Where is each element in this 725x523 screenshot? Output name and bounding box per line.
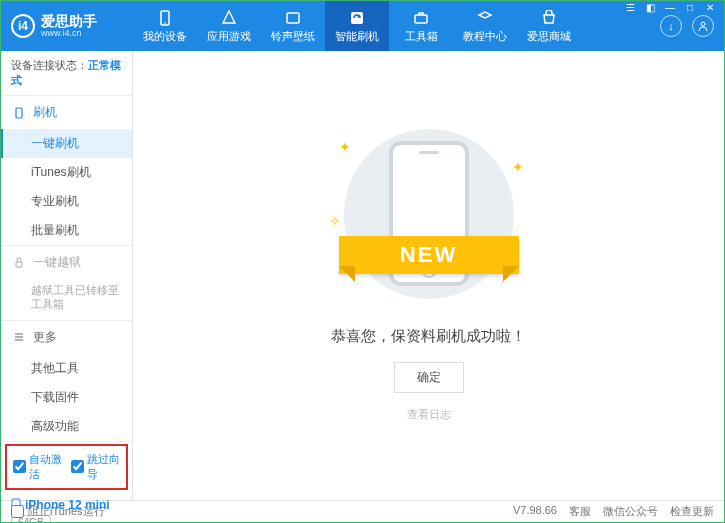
svg-rect-3 [351, 12, 363, 24]
nav-tutorials[interactable]: 教程中心 [453, 1, 517, 51]
nav-flash[interactable]: 智能刷机 [325, 1, 389, 51]
logo: i4 爱思助手 www.i4.cn [11, 14, 133, 38]
checkbox-auto-activate[interactable]: 自动激活 [13, 452, 63, 482]
sidebar-item-batch[interactable]: 批量刷机 [1, 216, 132, 245]
nav-ringtones[interactable]: 铃声壁纸 [261, 1, 325, 51]
nav-toolbox[interactable]: 工具箱 [389, 1, 453, 51]
apps-icon [220, 9, 238, 27]
sidebar-flash-header[interactable]: 刷机 [1, 96, 132, 129]
sidebar-item-advanced[interactable]: 高级功能 [1, 412, 132, 441]
version-label: V7.98.66 [513, 504, 557, 519]
jailbreak-note: 越狱工具已转移至工具箱 [1, 279, 132, 320]
app-name: 爱思助手 [41, 14, 97, 28]
sidebar-more-header[interactable]: 更多 [1, 321, 132, 354]
connection-status: 设备连接状态：正常模式 [1, 51, 132, 96]
maximize-icon[interactable]: □ [683, 2, 697, 13]
confirm-button[interactable]: 确定 [394, 362, 464, 393]
svg-rect-4 [415, 15, 427, 23]
main-nav: 我的设备 应用游戏 铃声壁纸 智能刷机 工具箱 教程中心 爱思商城 [133, 1, 660, 51]
nav-store[interactable]: 爱思商城 [517, 1, 581, 51]
header-actions: ↓ [660, 15, 714, 37]
app-header: ☰ ◧ — □ ✕ i4 爱思助手 www.i4.cn 我的设备 应用游戏 铃声… [1, 1, 724, 51]
skin-icon[interactable]: ◧ [643, 2, 657, 13]
new-ribbon: NEW [339, 236, 519, 274]
service-link[interactable]: 客服 [569, 504, 591, 519]
sidebar: 设备连接状态：正常模式 刷机 一键刷机 iTunes刷机 专业刷机 批量刷机 一… [1, 51, 133, 500]
toolbox-icon [412, 9, 430, 27]
wechat-link[interactable]: 微信公众号 [603, 504, 658, 519]
update-link[interactable]: 检查更新 [670, 504, 714, 519]
main-content: ✦ ✦ ✧ NEW 恭喜您，保资料刷机成功啦！ 确定 查看日志 [133, 51, 724, 500]
svg-rect-2 [287, 13, 299, 23]
sidebar-item-oneclick[interactable]: 一键刷机 [1, 129, 132, 158]
success-illustration: ✦ ✦ ✧ NEW [329, 129, 529, 309]
tutorial-icon [476, 9, 494, 27]
download-button[interactable]: ↓ [660, 15, 682, 37]
flash-icon [348, 9, 366, 27]
phone-icon [13, 107, 25, 119]
svg-point-1 [164, 22, 166, 24]
close-icon[interactable]: ✕ [703, 2, 717, 13]
lock-icon [13, 257, 25, 269]
options-row: 自动激活 跳过向导 [5, 444, 128, 490]
svg-rect-6 [16, 108, 22, 118]
sidebar-item-download[interactable]: 下载固件 [1, 383, 132, 412]
list-icon [13, 331, 25, 343]
nav-apps[interactable]: 应用游戏 [197, 1, 261, 51]
logo-icon: i4 [11, 14, 35, 38]
success-message: 恭喜您，保资料刷机成功啦！ [331, 327, 526, 346]
view-log-link[interactable]: 查看日志 [407, 407, 451, 422]
wallpaper-icon [284, 9, 302, 27]
sidebar-jailbreak-header: 一键越狱 [1, 246, 132, 279]
window-controls: ☰ ◧ — □ ✕ [623, 2, 717, 13]
block-itunes-checkbox[interactable]: 阻止iTunes运行 [11, 504, 105, 519]
menu-icon[interactable]: ☰ [623, 2, 637, 13]
sidebar-item-other[interactable]: 其他工具 [1, 354, 132, 383]
app-url: www.i4.cn [41, 28, 97, 38]
svg-point-5 [701, 22, 705, 26]
sidebar-item-pro[interactable]: 专业刷机 [1, 187, 132, 216]
minimize-icon[interactable]: — [663, 2, 677, 13]
svg-rect-7 [16, 262, 22, 267]
user-button[interactable] [692, 15, 714, 37]
store-icon [540, 9, 558, 27]
nav-my-device[interactable]: 我的设备 [133, 1, 197, 51]
checkbox-skip-wizard[interactable]: 跳过向导 [71, 452, 121, 482]
sidebar-item-itunes[interactable]: iTunes刷机 [1, 158, 132, 187]
device-icon [156, 9, 174, 27]
